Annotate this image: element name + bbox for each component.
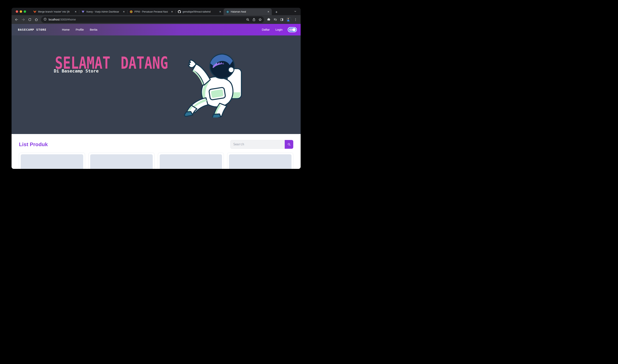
close-tab-icon[interactable]: ✕ [267,10,270,13]
brand-logo: BASECAMP STORE [18,28,46,31]
products-section: List Produk [12,134,301,169]
search-button[interactable] [285,140,293,149]
tab-halaman-awal-active[interactable]: Halaman Awal ✕ [224,8,272,15]
theme-toggle[interactable] [288,28,296,32]
tab-title: Vuexy - Vuejs Admin Dashboar [86,10,120,13]
profile-avatar[interactable] [286,17,291,22]
share-icon[interactable] [251,16,257,23]
side-panel-icon[interactable] [279,16,285,23]
tab-title: gemafajar09/react-tailwind [182,10,217,13]
nav-link-home[interactable]: Home [62,28,70,31]
product-card[interactable] [88,153,154,169]
search-input[interactable] [230,140,285,149]
tabs: Merge branch 'master' into 'jih ✕ Vuexy … [31,8,272,15]
hero-subtitle: Di Basecamp Store [54,68,99,74]
zoom-out-icon[interactable] [245,16,251,23]
minimize-window-button[interactable] [20,10,22,13]
product-card[interactable] [158,153,224,169]
url-text: localhost:5000/#home [49,18,245,21]
product-image-placeholder [160,154,222,169]
bookmark-star-icon[interactable] [257,16,263,23]
new-tab-plus-icon[interactable]: + [274,10,279,14]
gitlab-icon [33,10,37,13]
forward-icon[interactable] [20,16,26,23]
product-card[interactable] [227,153,293,169]
reload-icon[interactable] [27,16,33,23]
react-icon [226,10,229,13]
web-page: BASECAMP STORE Home Profile Berita Dafta… [12,24,301,169]
register-link[interactable]: Daftar [262,28,270,31]
close-tab-icon[interactable]: ✕ [170,10,174,13]
tab-vuexy[interactable]: Vuexy - Vuejs Admin Dashboar ✕ [79,8,127,15]
close-window-button[interactable] [16,10,18,13]
traffic-lights [16,10,26,13]
tab-title: Merge branch 'master' into 'jih [38,10,72,13]
products-bar: List Produk [19,134,293,149]
browser-window: Merge branch 'master' into 'jih ✕ Vuexy … [12,8,301,169]
tab-gitlab[interactable]: Merge branch 'master' into 'jih ✕ [31,8,79,15]
close-tab-icon[interactable]: ✕ [74,10,77,13]
tab-search-chevron-icon[interactable] [294,10,297,13]
site-info-icon[interactable] [43,17,47,22]
nav-link-berita[interactable]: Berita [90,28,97,31]
back-icon[interactable] [13,16,20,23]
toggle-knob [293,28,296,31]
address-bar[interactable]: localhost:5000/#home [41,16,264,23]
tab-github[interactable]: gemafajar09/react-tailwind ✕ [175,8,224,15]
vuexy-icon [81,10,85,13]
site-navbar: BASECAMP STORE Home Profile Berita Dafta… [12,24,301,36]
close-tab-icon[interactable]: ✕ [122,10,126,13]
product-image-placeholder [21,154,83,169]
zoom-window-button[interactable] [24,10,26,13]
product-image-placeholder [229,154,292,169]
astronaut-illustration [180,47,246,117]
media-playlist-icon[interactable] [272,16,278,23]
github-icon [178,10,181,13]
tab-title: PPNI - Persatuan Perawat Nasi [134,10,169,13]
extensions-puzzle-icon[interactable] [266,16,272,23]
hero-section: SELAMAT DATANG Di Basecamp Store [12,36,301,134]
searchbox [230,140,293,149]
products-heading: List Produk [19,141,48,148]
login-link[interactable]: Login [276,28,283,31]
browser-toolbar: localhost:5000/#home [12,15,301,24]
product-cards [19,153,293,169]
tab-title: Halaman Awal [231,10,265,13]
tab-strip: Merge branch 'master' into 'jih ✕ Vuexy … [12,8,301,15]
nav-actions: Daftar Login [262,28,298,32]
product-card[interactable] [19,153,85,169]
ppni-icon [130,10,133,13]
tab-ppni[interactable]: PPNI - Persatuan Perawat Nasi ✕ [127,8,175,15]
nav-link-profile[interactable]: Profile [76,28,84,31]
close-tab-icon[interactable]: ✕ [219,10,222,13]
desktop: Merge branch 'master' into 'jih ✕ Vuexy … [0,0,309,182]
product-image-placeholder [90,154,153,169]
home-icon[interactable] [33,16,39,23]
kebab-menu-icon[interactable] [293,16,299,23]
nav-links: Home Profile Berita [62,28,97,31]
